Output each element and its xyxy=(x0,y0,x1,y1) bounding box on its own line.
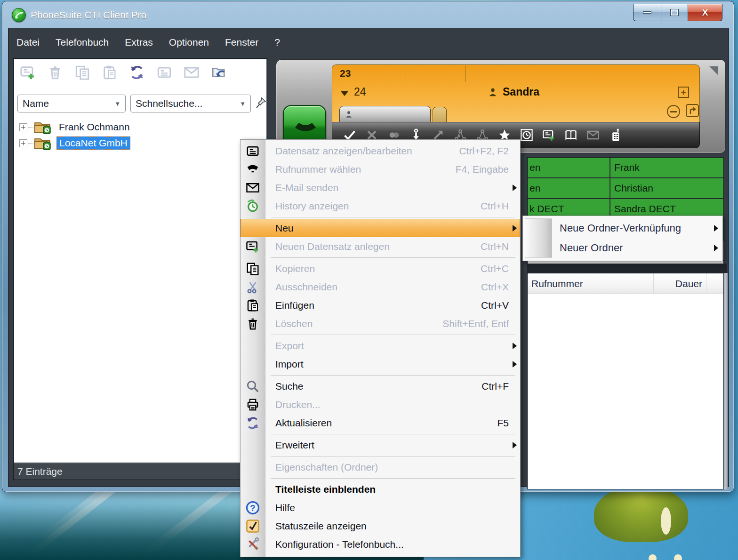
expand-plus-icon[interactable] xyxy=(19,123,27,131)
refresh-icon[interactable] xyxy=(127,63,147,82)
pin-icon[interactable] xyxy=(256,96,267,110)
expand-plus-icon[interactable]: + xyxy=(678,87,689,98)
quick-search-combobox[interactable]: Schnellsuche... ▼ xyxy=(130,95,251,112)
call-table-scrollbar[interactable] xyxy=(724,273,728,489)
titlebar[interactable]: PhoneSuite CTI Client Pro X xyxy=(2,1,734,28)
new-record-icon[interactable] xyxy=(17,63,38,82)
menubar-item-?[interactable]: ? xyxy=(268,34,286,51)
dial-keypad-icon[interactable] xyxy=(608,128,622,142)
menu-item-shortcut: Ctrl+V xyxy=(481,300,509,311)
menu-item-suche[interactable]: SucheCtrl+F xyxy=(241,377,520,395)
menu-item-rufnummer-wählen[interactable]: Rufnummer wählenF4, Eingabe xyxy=(241,160,520,178)
line-dropdown-icon[interactable] xyxy=(341,91,348,96)
folder-clock-icon xyxy=(34,120,53,134)
neu-submenu: Neue Ordner-VerknüpfungNeuer Ordner xyxy=(522,216,723,261)
menu-item-export[interactable]: Export xyxy=(241,336,520,355)
menu-item-label: Ausschneiden xyxy=(275,281,337,293)
menu-item-neu[interactable]: Neu xyxy=(241,219,520,237)
copy-icon[interactable] xyxy=(72,63,93,82)
menu-item-label: History anzeigen xyxy=(275,200,349,212)
column-header-rufnummer[interactable]: Rufnummer xyxy=(528,273,654,294)
menu-item-aktualisieren[interactable]: AktualisierenF5 xyxy=(241,414,520,432)
menu-item-datensatz-anzeigen-bearbeiten[interactable]: Datensatz anzeigen/bearbeitenCtrl+F2, F2 xyxy=(241,142,520,160)
tree-item[interactable]: Frank Ochmann xyxy=(16,119,265,135)
phonebook-icon[interactable] xyxy=(564,128,578,142)
extension-row[interactable]: enFrank xyxy=(528,158,723,178)
submenu-item-neuer-ordner[interactable]: Neuer Ordner xyxy=(523,238,722,258)
menu-item-label: Export xyxy=(275,340,304,352)
menu-item-erweitert[interactable]: Erweitert xyxy=(241,436,520,454)
open-folder-icon[interactable] xyxy=(209,63,229,82)
call-table-gap xyxy=(527,264,727,273)
extension-row[interactable]: enChristian xyxy=(528,178,723,199)
tree-item-label[interactable]: Frank Ochmann xyxy=(56,121,132,133)
context-menu: Datensatz anzeigen/bearbeitenCtrl+F2, F2… xyxy=(240,139,521,557)
scissors-icon xyxy=(245,279,261,295)
menu-item-einfügen[interactable]: EinfügenCtrl+V xyxy=(241,296,520,314)
history-box-icon[interactable] xyxy=(520,128,534,142)
phonebook-tree: Frank OchmannLocaNet GmbH xyxy=(16,119,265,151)
submenu-item-neue-ordner-verknüpfung[interactable]: Neue Ordner-Verknüpfung xyxy=(523,218,722,238)
delete-icon[interactable] xyxy=(45,63,65,82)
menu-item-titelleiste-einblenden[interactable]: Titelleiste einblenden xyxy=(241,480,520,498)
menubar-item-fenster[interactable]: Fenster xyxy=(219,34,265,51)
tree-item-label[interactable]: LocaNet GmbH xyxy=(56,136,130,150)
menubar: DateiTelefonbuchExtrasOptionenFenster? xyxy=(10,34,286,51)
menu-item-import[interactable]: Import xyxy=(241,355,520,373)
menu-separator xyxy=(241,215,520,219)
menubar-item-extras[interactable]: Extras xyxy=(119,34,159,51)
checked-box-icon xyxy=(245,518,261,534)
search-icon xyxy=(245,378,261,394)
tree-connector xyxy=(28,127,33,128)
expand-plus-icon[interactable] xyxy=(19,139,27,147)
menu-separator xyxy=(241,432,520,436)
menu-item-kopieren[interactable]: KopierenCtrl+C xyxy=(241,259,520,278)
maximize-button[interactable] xyxy=(661,4,688,21)
app-phone-icon xyxy=(12,8,26,22)
screen: PhoneSuite CTI Client Pro X DateiTelefon… xyxy=(0,0,738,560)
menu-item-löschen[interactable]: LöschenShift+Entf, Entf xyxy=(241,314,520,333)
menu-item-history-anzeigen[interactable]: History anzeigenCtrl+H xyxy=(241,197,520,215)
menu-item-drucken[interactable]: Drucken... xyxy=(241,395,520,414)
close-icon: X xyxy=(702,8,708,18)
menu-item-hilfe[interactable]: ?Hilfe xyxy=(241,498,520,517)
send-email-icon[interactable] xyxy=(586,128,600,142)
minimize-button[interactable] xyxy=(633,4,661,21)
menu-item-e-mail-senden[interactable]: E-Mail senden xyxy=(241,178,520,197)
menu-item-konfiguration-telefonbuch[interactable]: Konfiguration - Telefonbuch... xyxy=(241,535,520,553)
send-email-icon[interactable] xyxy=(181,63,202,82)
menu-item-statuszeile-anzeigen[interactable]: Statuszeile anzeigen xyxy=(241,517,520,535)
tree-item[interactable]: LocaNet GmbH xyxy=(16,135,265,151)
menubar-item-telefonbuch[interactable]: Telefonbuch xyxy=(49,34,115,51)
menu-item-ausschneiden[interactable]: AusschneidenCtrl+X xyxy=(241,278,520,296)
column-header-dauer[interactable]: Dauer xyxy=(654,273,706,294)
menu-item-shortcut: F4, Eingabe xyxy=(456,164,509,175)
menubar-item-datei[interactable]: Datei xyxy=(10,34,46,51)
view-record-icon[interactable] xyxy=(154,63,175,82)
maximize-icon xyxy=(671,9,678,16)
chevron-down-icon: ▼ xyxy=(240,100,246,107)
collapse-minus-icon[interactable] xyxy=(667,105,680,118)
menu-item-label: Konfiguration - Telefonbuch... xyxy=(275,539,404,550)
redirect-icon[interactable] xyxy=(686,104,699,117)
sort-field-combobox[interactable]: Name ▼ xyxy=(17,95,126,112)
submenu-arrow-icon xyxy=(513,184,517,191)
close-button[interactable]: X xyxy=(688,4,722,21)
menubar-item-optionen[interactable]: Optionen xyxy=(163,34,215,51)
menu-separator xyxy=(241,476,520,480)
paste-icon[interactable] xyxy=(99,63,120,82)
status-text: 7 Einträge xyxy=(17,466,63,477)
new-record-icon[interactable] xyxy=(542,128,556,142)
person-icon xyxy=(345,110,353,119)
resize-grip-icon[interactable] xyxy=(709,66,718,83)
menu-item-eigenschaften-ordner[interactable]: Eigenschaften (Ordner) xyxy=(241,458,520,476)
submenu-arrow-icon xyxy=(513,225,517,232)
menu-item-neuen-datensatz-anlegen[interactable]: Neuen Datensatz anlegenCtrl+N xyxy=(241,237,520,256)
secondary-tab[interactable] xyxy=(433,107,447,123)
menu-item-label: Hilfe xyxy=(275,502,295,513)
menu-item-shortcut: F5 xyxy=(497,417,509,429)
call-tab[interactable] xyxy=(339,106,431,123)
menu-item-shortcut: Ctrl+H xyxy=(481,200,509,212)
submenu-arrow-icon xyxy=(714,245,718,251)
menu-separator xyxy=(241,333,520,336)
